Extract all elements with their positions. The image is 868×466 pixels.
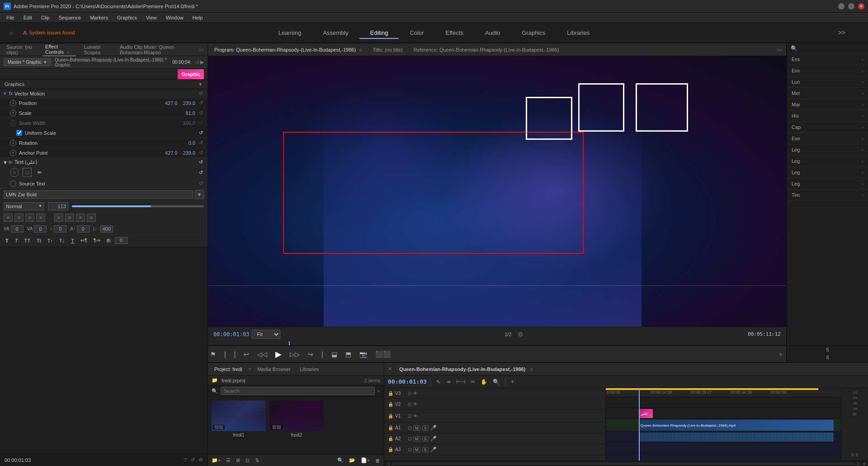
tl-bottom-scroll-left[interactable]: ◁ [386, 461, 390, 466]
subscript-button[interactable]: T↓ [57, 237, 66, 244]
ec-settings-button[interactable]: ⚙ [198, 457, 203, 463]
position-icon[interactable]: ⊙ [10, 100, 16, 106]
project-new-bin-button[interactable]: 📁+ [210, 456, 222, 464]
superscript-button[interactable]: T↑ [46, 237, 55, 244]
a1-mic-button[interactable]: 🎤 [430, 425, 437, 431]
project-search-button[interactable]: 🔍 [335, 456, 345, 464]
text-tools-reset[interactable]: ↺ [199, 170, 203, 176]
rectangle-tool[interactable]: □ [23, 168, 32, 177]
audio-clip-mixer-tab[interactable]: Audio Clip Mixer: Queen-Bohemian-Rhapso [117, 43, 193, 56]
add-button[interactable]: + [775, 351, 786, 358]
ltr-button[interactable]: ¶⇒ [92, 237, 102, 244]
source-tab[interactable]: Source: (no clips) [4, 43, 37, 56]
uniform-scale-reset[interactable]: ↺ [199, 130, 203, 136]
timeline-close-button[interactable]: ✕ [388, 366, 392, 372]
align-middle-button[interactable]: ≡ [65, 214, 74, 222]
project-add-bin-button[interactable]: + [377, 388, 380, 394]
italic-button[interactable]: T [13, 237, 20, 244]
mark-out-button[interactable]: | [222, 349, 228, 359]
side-panel-mar[interactable]: Mar› [787, 99, 868, 110]
side-panel-lun[interactable]: Lun› [787, 76, 868, 88]
rotation-reset[interactable]: ↺ [199, 140, 203, 146]
a1-lock-button[interactable]: 🔒 [388, 425, 393, 430]
tl-bottom-scroll-right[interactable]: ▷ [857, 461, 861, 466]
timeline-ruler[interactable]: 0:00:00 00:00:14:28 00:00:29:27 00:00:44… [606, 388, 841, 397]
rotation-value[interactable]: 0.0 [189, 140, 195, 146]
monitor-scrubber[interactable] [208, 341, 786, 346]
close-button[interactable]: ✕ [858, 3, 864, 10]
next-frame-button[interactable]: ▷▷ [288, 349, 302, 359]
more-workspaces-button[interactable]: >> [838, 29, 845, 36]
tab-effects[interactable]: Effects [435, 28, 475, 39]
reference-monitor-tab[interactable]: Reference: Queen-Bohemian-Rhapsody-(Live… [411, 46, 562, 53]
font-size-slider[interactable] [72, 205, 204, 207]
monitor-settings-icon[interactable]: ⚙ [518, 331, 524, 338]
anchor-point-icon[interactable]: ⊙ [10, 150, 16, 156]
step-forward-button[interactable]: ↪ [306, 349, 316, 359]
align-left-button[interactable]: ≡ [4, 214, 13, 222]
side-panel-leg-4[interactable]: Leg› [787, 178, 868, 190]
project-icon-view-button[interactable]: ⊞ [234, 456, 242, 464]
align-justify-v-button[interactable]: ≡ [87, 214, 96, 222]
a1-track-row[interactable] [606, 432, 841, 442]
selection-tool-button[interactable]: ↖ [434, 378, 443, 386]
pen-tool[interactable]: ✒ [35, 168, 44, 177]
v2-track-row[interactable]: علي [606, 408, 841, 419]
a2-track-row[interactable] [606, 442, 841, 453]
insert-button[interactable]: ⬓ [329, 349, 340, 359]
v3-eye-button[interactable]: ⊡ [408, 391, 411, 396]
go-to-out-button[interactable]: | [319, 349, 326, 359]
project-freeform-button[interactable]: ⊡ [244, 456, 251, 464]
menu-file[interactable]: File [3, 14, 18, 21]
v1-video-clip[interactable]: Queen-Bohemian-Rhapsody-(Live-In-Budapes… [639, 420, 834, 431]
kerning-value[interactable]: 0 [11, 225, 24, 233]
timeline-bottom-scroll[interactable]: ◁ ▷ + [384, 461, 868, 466]
mark-in-button[interactable]: ⚑ [208, 349, 218, 359]
libraries-tab[interactable]: Libraries [297, 366, 321, 373]
add-edit-tool-button[interactable]: + [509, 378, 516, 386]
track-select-tool-button[interactable]: ↠ [444, 378, 453, 386]
project-list-view-button[interactable]: ☰ [224, 456, 232, 464]
align-top-button[interactable]: ≡ [54, 214, 63, 222]
project-new-item-button[interactable]: 📄+ [359, 456, 372, 464]
timeline-content-area[interactable]: 0:00:00 00:00:14:28 00:00:29:27 00:00:44… [606, 388, 841, 461]
graphics-section-expand[interactable]: ▼ [198, 81, 203, 87]
tab-libraries[interactable]: Libraries [556, 28, 600, 39]
media-browser-tab[interactable]: Media Browser [255, 366, 293, 373]
tab-graphics[interactable]: Graphics [511, 28, 556, 39]
v1-visibility-button[interactable]: 👁 [413, 414, 418, 418]
a2-mute-button[interactable]: M [413, 436, 420, 442]
a2-clip-button[interactable]: ⊡ [408, 436, 411, 441]
side-panel-his[interactable]: His› [787, 110, 868, 122]
program-tab-menu[interactable]: ≡ [359, 47, 362, 52]
timeline-title-menu[interactable]: ≡ [530, 366, 533, 372]
menu-help[interactable]: Help [189, 14, 207, 21]
side-panel-cap[interactable]: Cap› [787, 122, 868, 133]
minimize-button[interactable]: ─ [838, 3, 844, 10]
timeline-timecode[interactable]: 00:00:01:03 [388, 378, 427, 385]
font-dropdown-button[interactable]: ▼ [195, 190, 204, 199]
tab-audio[interactable]: Audio [474, 28, 511, 39]
ec-prev-button[interactable]: ◁ [195, 59, 198, 65]
overwrite-button[interactable]: ⬒ [343, 349, 354, 359]
rotation-icon[interactable]: ⊙ [10, 140, 16, 146]
menu-view[interactable]: View [142, 14, 160, 21]
align-right-button[interactable]: ≡ [25, 214, 34, 222]
overlay-box-1[interactable] [526, 97, 572, 140]
v2-eye-button[interactable]: ⊡ [408, 402, 411, 407]
scale-value[interactable]: 81.0 [186, 110, 195, 116]
menu-window[interactable]: Window [162, 14, 187, 21]
ligature-button[interactable]: ffi [105, 237, 112, 244]
a3-track-row[interactable] [606, 453, 841, 461]
text-section-header[interactable]: ▼ 👁 Text (علي) ↺ [0, 158, 208, 166]
v3-visibility-button[interactable]: 👁 [413, 391, 418, 396]
v2-visibility-button[interactable]: 👁 [413, 402, 418, 407]
tab-color[interactable]: Color [399, 28, 434, 39]
hand-tool-button[interactable]: ✋ [479, 378, 489, 386]
title-monitor-tab[interactable]: Title: (no title) [370, 46, 406, 53]
baseline-value[interactable]: 0 [77, 225, 90, 233]
export-frame-button[interactable]: 📷 [357, 349, 369, 359]
side-panel-leg-2[interactable]: Leg› [787, 156, 868, 167]
rtl-button[interactable]: ⇐¶ [79, 237, 89, 244]
effect-controls-menu[interactable]: ≡ [67, 50, 70, 55]
